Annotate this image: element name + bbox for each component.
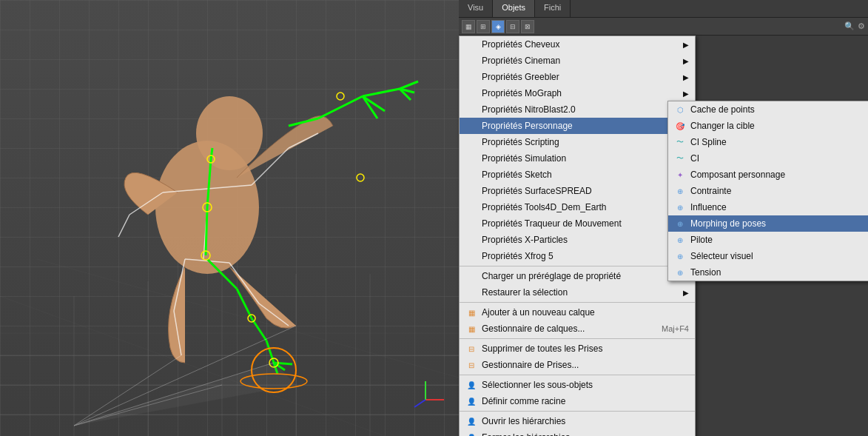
- gestionnaire-calques-icon: ▦: [465, 323, 477, 335]
- racine-icon: 👤: [465, 395, 477, 407]
- menu-item-selectionner-sous-objets[interactable]: 👤 Sélectionner les sous-objets: [460, 377, 695, 393]
- menu-item-simulation[interactable]: Propriétés Simulation ▶: [460, 150, 695, 167]
- toolbar-btn-bo2[interactable]: ◈: [491, 20, 505, 33]
- menu-item-gestionnaire-prises[interactable]: ⊟ Gestionnaire de Prises...: [460, 357, 695, 373]
- influence-icon: ⊕: [674, 201, 686, 213]
- separator-4: [460, 375, 695, 375]
- menu-item-restaurer-selection[interactable]: Restaurer la sélection ▶: [460, 284, 695, 301]
- submenu-changer-cible[interactable]: 🎯 Changer la cible: [668, 118, 868, 134]
- calque-icon: ▦: [465, 306, 477, 318]
- svg-line-16: [118, 215, 129, 237]
- morphing-icon: ⊕: [674, 218, 686, 229]
- fermer-icon: 👤: [465, 432, 477, 436]
- menu-item-personnage[interactable]: Propriétés Personnage ▶: [460, 118, 695, 134]
- tab-fichi[interactable]: Fichi: [535, 0, 571, 17]
- submenu-ci[interactable]: 〜 CI: [668, 150, 868, 167]
- sous-objets-icon: 👤: [465, 379, 477, 391]
- ci-icon: 〜: [674, 152, 686, 164]
- svg-line-26: [211, 148, 212, 159]
- submenu-cache-points[interactable]: ⬡ Cache de points: [668, 101, 868, 118]
- tab-visu[interactable]: Visu: [459, 0, 493, 17]
- toolbar-btn-cc1[interactable]: ⊞: [477, 20, 490, 33]
- submenu-influence[interactable]: ⊕ Influence: [668, 199, 868, 215]
- menu-item-xparticles[interactable]: Propriétés X-Particles ▶: [460, 232, 695, 248]
- menu-item-scripting[interactable]: Propriétés Scripting ▶: [460, 134, 695, 150]
- changer-cible-icon: 🎯: [674, 120, 686, 132]
- character-3d: [0, 0, 459, 436]
- tab-objets[interactable]: Objets: [493, 0, 535, 17]
- viewport: [0, 0, 459, 436]
- right-panel: Visu Objets Fichi ▦ ⊞ ◈ ⊟ ⊠ 🔍 ⚙ Propriét…: [459, 0, 868, 436]
- toolbar-btn-bo1[interactable]: ▦: [462, 20, 475, 33]
- menu-item-tools4d[interactable]: Propriétés Tools4D_Dem_Earth ▶: [460, 199, 695, 215]
- svg-line-58: [414, 400, 425, 407]
- tension-icon: ⊕: [674, 266, 686, 278]
- selecteur-visuel-icon: ⊕: [674, 250, 686, 262]
- svg-point-46: [357, 174, 364, 181]
- sub-context-menu: ⬡ Cache de points 🎯 Changer la cible 〜 C…: [667, 101, 868, 281]
- svg-point-12: [196, 96, 263, 170]
- svg-marker-53: [74, 363, 296, 426]
- toolbar: ▦ ⊞ ◈ ⊟ ⊠ 🔍 ⚙: [459, 18, 868, 36]
- menu-item-gestionnaire-calques[interactable]: ▦ Gestionnaire de calques... Maj+F4: [460, 321, 695, 337]
- menu-item-definir-racine[interactable]: 👤 Définir comme racine: [460, 393, 695, 409]
- cache-points-icon: ⬡: [674, 104, 686, 115]
- submenu-ci-spline[interactable]: 〜 CI Spline: [668, 134, 868, 150]
- menu-item-greebler[interactable]: Propriétés Greebler ▶: [460, 69, 695, 85]
- menu-item-xfrog[interactable]: Propriétés Xfrog 5 ▶: [460, 248, 695, 264]
- search-icon: 🔍: [844, 21, 855, 31]
- gestionnaire-prises-icon: ⊟: [465, 359, 477, 371]
- submenu-contrainte[interactable]: ⊕ Contrainte: [668, 183, 868, 199]
- separator-5: [460, 411, 695, 412]
- ouvrir-icon: 👤: [465, 415, 477, 427]
- separator-3: [460, 338, 695, 339]
- main-container: Visu Objets Fichi ▦ ⊞ ◈ ⊟ ⊠ 🔍 ⚙ Propriét…: [0, 0, 868, 436]
- cheveux-icon: [465, 38, 477, 50]
- svg-line-25: [206, 207, 207, 255]
- svg-point-45: [337, 93, 344, 100]
- ci-spline-icon: 〜: [674, 136, 686, 148]
- toolbar-btn-cc3[interactable]: ⊠: [521, 20, 534, 33]
- pilote-icon: ⊕: [674, 234, 686, 246]
- svg-line-10: [0, 296, 385, 436]
- supprimer-prises-icon: ⊟: [465, 343, 477, 355]
- toolbar-btn-cc2[interactable]: ⊟: [506, 20, 519, 33]
- svg-line-29: [363, 89, 400, 96]
- settings-icon[interactable]: ⚙: [858, 21, 865, 31]
- submenu-tension[interactable]: ⊕ Tension: [668, 264, 868, 281]
- submenu-composant-personnage[interactable]: ✦ Composant personnage: [668, 167, 868, 183]
- submenu-selecteur-visuel[interactable]: ⊕ Sélecteur visuel: [668, 248, 868, 264]
- toolbar-search: 🔍 ⚙: [844, 21, 865, 31]
- menu-item-nitroblast[interactable]: Propriétés NitroBlast2.0 ▶: [460, 101, 695, 118]
- svg-line-32: [400, 81, 418, 89]
- top-tabs: Visu Objets Fichi: [459, 0, 868, 18]
- content-area: Propriétés Cheveux ▶ Propriétés Cineman …: [459, 36, 868, 436]
- svg-line-30: [363, 96, 377, 118]
- menu-item-traqueur[interactable]: Propriétés Traqueur de Mouvement ▶: [460, 215, 695, 232]
- menu-item-sketch[interactable]: Propriétés Sketch ▶: [460, 167, 695, 183]
- separator-2: [460, 302, 695, 303]
- submenu-pilote[interactable]: ⊕ Pilote: [668, 232, 868, 248]
- svg-line-22: [229, 263, 259, 303]
- contrainte-icon: ⊕: [674, 185, 686, 197]
- separator-1: [460, 266, 695, 266]
- menu-item-fermer-hierarchies[interactable]: 👤 Fermer les hiérarchies: [460, 429, 695, 436]
- menu-item-cheveux[interactable]: Propriétés Cheveux ▶: [460, 36, 695, 53]
- menu-item-mograph[interactable]: Propriétés MoGraph ▶: [460, 85, 695, 101]
- svg-line-31: [363, 96, 385, 111]
- menu-item-charger-prereglage[interactable]: Charger un préréglage de propriété ▶: [460, 268, 695, 284]
- menu-item-ouvrir-hierarchies[interactable]: 👤 Ouvrir les hiérarchies: [460, 413, 695, 429]
- menu-item-surfacespread[interactable]: Propriétés SurfaceSPREAD ▶: [460, 183, 695, 199]
- menu-item-supprimer-prises[interactable]: ⊟ Supprimer de toutes les Prises: [460, 341, 695, 357]
- menu-item-cineman[interactable]: Propriétés Cineman ▶: [460, 53, 695, 69]
- main-context-menu: Propriétés Cheveux ▶ Propriétés Cineman …: [459, 36, 696, 436]
- composant-icon: ✦: [674, 169, 686, 181]
- submenu-morphing-poses[interactable]: ⊕ Morphing de poses: [668, 215, 868, 232]
- menu-item-ajouter-calque[interactable]: ▦ Ajouter à un nouveau calque: [460, 304, 695, 321]
